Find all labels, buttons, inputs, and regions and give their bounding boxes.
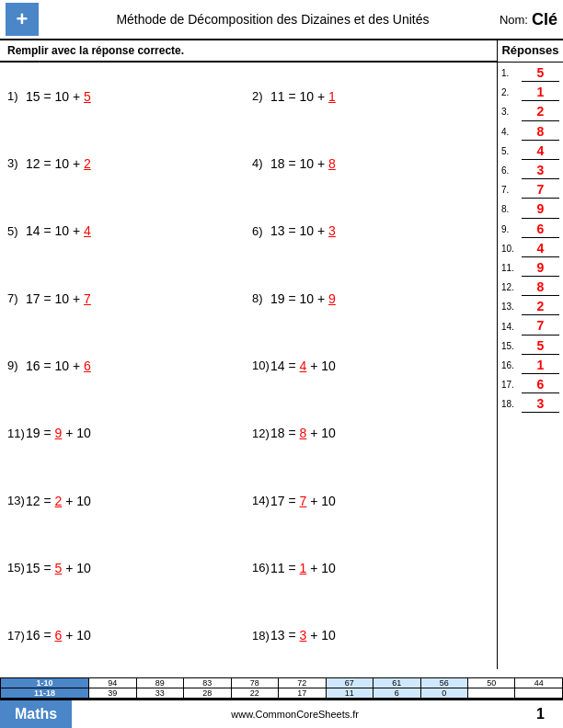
response-item: 3. 2 [501, 103, 559, 120]
prob4-num: 4) [252, 156, 270, 170]
response-num: 3. [501, 107, 522, 117]
prob3-answer: 2 [84, 156, 91, 171]
response-value: 8 [522, 279, 559, 296]
header: + Méthode de Décomposition des Dizaines … [0, 0, 563, 40]
response-item: 11. 9 [501, 259, 559, 277]
response-value: 2 [522, 298, 559, 315]
stats-cell: 28 [184, 688, 231, 699]
stats-cell: 17 [279, 688, 326, 699]
footer-brand: Maths [0, 700, 72, 728]
problem-8: 8) 19 = 10 + 9 [248, 291, 493, 306]
stats-cell: 56 [420, 678, 467, 688]
prob16-answer: 1 [300, 561, 307, 575]
stats-cell: 67 [326, 678, 373, 688]
response-num: 11. [501, 263, 522, 273]
stats-cell: 22 [231, 688, 278, 699]
response-item: 8. 9 [501, 200, 559, 218]
prob9-answer: 6 [84, 358, 91, 373]
header-title: Méthode de Décomposition des Dizaines et… [46, 12, 500, 27]
response-value: 6 [522, 221, 559, 238]
prob13-eq: 12 = 2 + 10 [26, 494, 91, 508]
response-item: 10. 4 [501, 240, 559, 257]
problem-11: 11) 19 = 9 + 10 [4, 426, 248, 440]
prob2-num: 2) [252, 89, 270, 103]
stats-cell: 50 [467, 678, 514, 688]
prob12-num: 12) [252, 427, 270, 440]
prob9-eq: 16 = 10 + 6 [26, 358, 91, 373]
prob13-answer: 2 [55, 494, 63, 508]
prob11-num: 11) [7, 427, 26, 440]
header-cle: Clé [532, 10, 557, 29]
problem-16: 16) 11 = 1 + 10 [248, 561, 493, 575]
responses-header: Réponses [497, 40, 563, 62]
response-item: 1. 5 [501, 64, 559, 82]
response-num: 9. [501, 224, 522, 234]
stats-cell: 1-10 [1, 678, 89, 688]
problem-18: 18) 13 = 3 + 10 [248, 628, 493, 643]
prob17-num: 17) [7, 629, 26, 643]
prob3-eq: 12 = 10 + 2 [26, 156, 91, 171]
prob7-eq: 17 = 10 + 7 [26, 291, 91, 306]
prob9-num: 9) [7, 358, 26, 372]
response-item: 12. 8 [501, 279, 559, 296]
response-num: 6. [501, 165, 522, 176]
response-value: 9 [522, 259, 559, 277]
problem-17: 17) 16 = 6 + 10 [4, 628, 248, 643]
response-value: 5 [522, 337, 559, 355]
stats-cell: 78 [231, 678, 278, 688]
response-value: 4 [522, 142, 559, 160]
stats-cell: 89 [136, 678, 183, 688]
problem-14: 14) 17 = 7 + 10 [248, 494, 493, 508]
logo-plus-icon: + [17, 7, 29, 31]
logo: + [6, 3, 39, 36]
response-value: 1 [522, 357, 559, 374]
prob6-eq: 13 = 10 + 3 [270, 223, 336, 238]
response-item: 9. 6 [501, 221, 559, 238]
prob6-answer: 3 [328, 223, 336, 238]
problem-10: 10) 14 = 4 + 10 [248, 358, 493, 373]
prob3-num: 3) [7, 156, 26, 170]
response-num: 14. [501, 322, 522, 332]
response-num: 7. [501, 185, 522, 195]
stats-cell: 33 [136, 688, 183, 699]
prob10-eq: 14 = 4 + 10 [270, 358, 336, 373]
prob14-answer: 7 [300, 494, 307, 508]
prob7-answer: 7 [84, 291, 91, 306]
response-value: 5 [522, 64, 559, 82]
response-item: 16. 1 [501, 357, 559, 374]
prob12-eq: 18 = 8 + 10 [270, 426, 336, 440]
response-value: 3 [522, 162, 559, 179]
prob13-num: 13) [7, 494, 26, 507]
response-item: 6. 3 [501, 162, 559, 179]
response-value: 2 [522, 103, 559, 120]
prob17-eq: 16 = 6 + 10 [26, 628, 91, 643]
prob4-eq: 18 = 10 + 8 [270, 156, 336, 171]
prob10-answer: 4 [300, 358, 307, 373]
prob4-answer: 8 [328, 156, 336, 171]
response-item: 18. 3 [501, 395, 559, 413]
prob11-answer: 9 [55, 426, 63, 440]
response-num: 1. [501, 68, 522, 78]
prob6-num: 6) [252, 224, 270, 238]
prob18-eq: 13 = 3 + 10 [270, 628, 336, 643]
response-value: 6 [522, 376, 559, 393]
response-num: 5. [501, 146, 522, 156]
problem-12: 12) 18 = 8 + 10 [248, 426, 493, 440]
prob14-num: 14) [252, 494, 270, 507]
problem-9: 9) 16 = 10 + 6 [4, 358, 248, 373]
stats-cell: 0 [420, 688, 467, 699]
footer: 1-1094898378726761565044 11-183933282217… [0, 677, 563, 728]
footer-page: 1 [518, 706, 563, 722]
response-num: 16. [501, 360, 522, 370]
response-num: 4. [501, 127, 522, 137]
problem-3: 3) 12 = 10 + 2 [4, 156, 248, 171]
problem-5: 5) 14 = 10 + 4 [4, 223, 248, 238]
prob10-num: 10) [252, 358, 270, 372]
response-value: 4 [522, 240, 559, 257]
stats-cell: 72 [279, 678, 326, 688]
stats-cell: 6 [373, 688, 420, 699]
response-item: 4. 8 [501, 123, 559, 141]
response-num: 17. [501, 380, 522, 390]
response-item: 15. 5 [501, 337, 559, 355]
prob16-num: 16) [252, 561, 270, 574]
